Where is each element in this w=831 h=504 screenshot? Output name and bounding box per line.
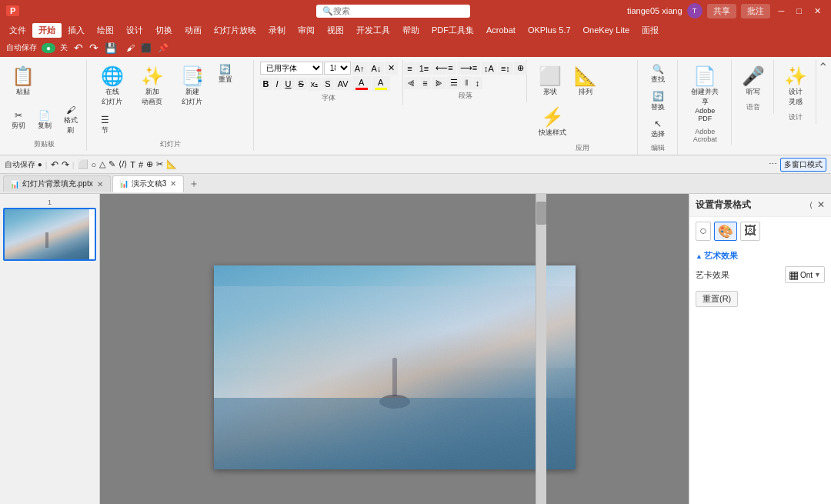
panel-tab-image[interactable]: 🖼: [740, 222, 760, 241]
font-size-select[interactable]: 18: [324, 62, 351, 75]
menu-item-okplus[interactable]: OKPlus 5.7: [522, 24, 577, 36]
clear-format-button[interactable]: ✕: [385, 62, 398, 75]
underline-button[interactable]: U: [282, 78, 295, 90]
menu-item-pdf[interactable]: PDF工具集: [426, 23, 480, 38]
strikethrough-button[interactable]: S: [295, 78, 307, 90]
more-tools[interactable]: ⬛: [139, 43, 153, 53]
ribbon-collapse[interactable]: ⌃: [818, 60, 828, 75]
add-anim-button[interactable]: ✨ 新加动画页: [133, 62, 172, 111]
tab-add-button[interactable]: ＋: [185, 177, 202, 191]
menu-item-record[interactable]: 录制: [262, 23, 292, 38]
panel-close-icon[interactable]: ✕: [817, 199, 825, 211]
minimize-button[interactable]: ─: [775, 6, 789, 15]
font-increase-button[interactable]: A↑: [352, 62, 368, 75]
arrange-button[interactable]: 📐 排列: [569, 62, 602, 101]
reset-slide-button[interactable]: 🔄重置: [213, 62, 238, 87]
canvas-area[interactable]: 单击此处添加备注: [100, 194, 689, 504]
bold-button[interactable]: B: [260, 78, 272, 90]
menu-item-mian[interactable]: 面报: [636, 23, 665, 38]
numbered-button[interactable]: 1≡: [416, 62, 432, 75]
dt-tool9[interactable]: ✂: [156, 159, 163, 169]
tab-close-1[interactable]: ✕: [96, 180, 104, 189]
save-button[interactable]: 💾: [103, 42, 118, 54]
dt-tool10[interactable]: 📐: [166, 159, 177, 169]
menu-item-review[interactable]: 审阅: [292, 23, 321, 38]
cut-button[interactable]: ✂剪切: [6, 102, 31, 138]
italic-button[interactable]: I: [273, 78, 282, 90]
dt-more[interactable]: ⋯: [769, 159, 777, 169]
shadow-button[interactable]: S: [322, 78, 333, 90]
menu-item-help[interactable]: 帮助: [396, 23, 426, 38]
justify-button[interactable]: ☰: [447, 76, 461, 89]
redo-button[interactable]: ↷: [88, 42, 100, 54]
search-input[interactable]: [333, 6, 441, 15]
format-painter-btn[interactable]: 🖌格式刷: [58, 102, 83, 138]
share-button[interactable]: 共享: [707, 4, 736, 18]
dt-multiwin[interactable]: 多窗口模式: [780, 158, 826, 172]
line-spacing-button[interactable]: ↕: [472, 77, 483, 89]
char-spacing-button[interactable]: AV: [335, 78, 352, 90]
menu-item-home[interactable]: 开始: [32, 23, 62, 38]
section-button[interactable]: ☰节: [93, 112, 118, 138]
col-button[interactable]: ⫴: [462, 76, 472, 89]
autosave-toggle[interactable]: ●: [42, 43, 55, 53]
dt-tool8[interactable]: ⊕: [146, 159, 153, 169]
find-button[interactable]: 🔍查找: [646, 62, 670, 87]
replace-button[interactable]: 🔄替换: [646, 88, 670, 114]
menu-item-acrobat[interactable]: Acrobat: [480, 24, 522, 36]
online-slide-button[interactable]: 🌐 在线幻灯片: [93, 62, 132, 111]
menu-item-insert[interactable]: 插入: [62, 23, 91, 38]
dt-undo[interactable]: ↶: [51, 159, 58, 170]
decrease-indent-button[interactable]: ⟵≡: [432, 62, 456, 75]
undo-button[interactable]: ↶: [72, 42, 85, 54]
effect-dropdown[interactable]: ▦ Ont ▼: [785, 266, 825, 283]
tab-background-fill[interactable]: 📊 幻灯片背景填充.pptx ✕: [3, 175, 111, 192]
shapes-button[interactable]: ⬜ 形状: [533, 62, 567, 101]
font-decrease-button[interactable]: A↓: [369, 62, 385, 75]
reset-effect-button[interactable]: 重置(R): [696, 291, 738, 307]
menu-item-view[interactable]: 视图: [321, 23, 350, 38]
font-family-select[interactable]: 已用字体: [260, 62, 323, 75]
menu-item-design[interactable]: 设计: [120, 23, 149, 38]
dt-tool4[interactable]: ✎: [108, 159, 115, 169]
increase-indent-button[interactable]: ⟶≡: [457, 62, 480, 75]
menu-item-transitions[interactable]: 切换: [149, 23, 179, 38]
dictate-button[interactable]: 🎤 听写: [736, 62, 770, 101]
paste-button[interactable]: 📋 粘贴: [6, 62, 40, 101]
vertical-scrollbar[interactable]: [536, 194, 546, 504]
format-painter[interactable]: 🖌: [125, 43, 136, 52]
panel-expand-icon[interactable]: ⟨: [808, 199, 814, 211]
align-left-button[interactable]: ⫷: [404, 77, 419, 89]
copy-button[interactable]: 📄复制: [32, 102, 57, 138]
menu-item-animations[interactable]: 动画: [179, 23, 208, 38]
smartart-button[interactable]: ⊕: [514, 62, 527, 75]
menu-item-file[interactable]: 文件: [3, 23, 32, 38]
create-pdf-button[interactable]: 📄 创建并共享Adobe PDF: [684, 62, 726, 126]
close-button[interactable]: ✕: [810, 6, 825, 16]
pin-icon[interactable]: 📌: [156, 43, 170, 53]
dt-redo[interactable]: ↷: [62, 159, 69, 170]
menu-item-dev[interactable]: 开发工具: [350, 23, 396, 38]
menu-item-draw[interactable]: 绘图: [91, 23, 120, 38]
dt-tool6[interactable]: T: [130, 160, 135, 169]
new-slide-button[interactable]: 📑 新建幻灯片: [173, 62, 212, 111]
dt-tool5[interactable]: ⟨/⟩: [118, 159, 127, 169]
tab-close-2[interactable]: ✕: [169, 179, 177, 188]
align-text-button[interactable]: ≡↕: [498, 62, 513, 75]
menu-item-onekey[interactable]: OneKey Lite: [577, 24, 636, 36]
quick-style-button[interactable]: ⚡ 快速样式: [533, 102, 572, 142]
align-right-button[interactable]: ⫸: [432, 77, 446, 89]
bullets-button[interactable]: ≡: [404, 62, 415, 75]
design-ideas-button[interactable]: ✨ 设计灵感: [779, 62, 813, 111]
subscript-button[interactable]: x₂: [308, 78, 322, 91]
comment-button[interactable]: 批注: [741, 4, 770, 18]
slide-canvas[interactable]: [214, 265, 576, 469]
font-color-button[interactable]: A: [352, 76, 371, 92]
panel-tab-effects[interactable]: 🎨: [714, 222, 737, 241]
tab-presentation3[interactable]: 📊 演示文稿3 ✕: [112, 175, 185, 192]
align-center-button[interactable]: ≡: [419, 77, 430, 89]
text-direction-button[interactable]: ↕A: [481, 62, 497, 75]
dt-tool3[interactable]: △: [99, 159, 105, 169]
panel-tab-fill[interactable]: ○: [696, 222, 711, 241]
slide-thumbnail-1[interactable]: [3, 208, 96, 261]
